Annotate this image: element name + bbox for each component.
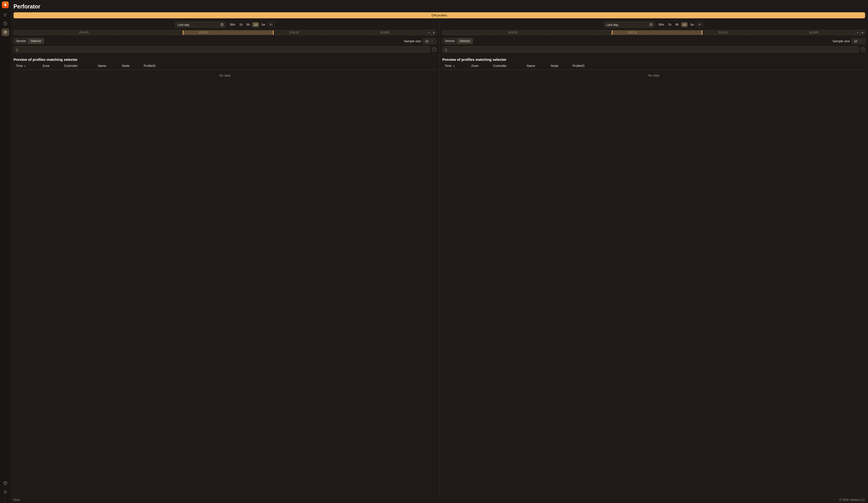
no-data-message: No data	[13, 70, 436, 81]
column-header-profileid[interactable]: ProfileID	[144, 64, 436, 68]
range-chip-6h-disabled: 6h	[267, 22, 275, 27]
table-header: TimeZoneControllerNameNodeProfileID	[13, 64, 436, 70]
sidebar	[0, 0, 11, 503]
mode-selector-button[interactable]: Selector	[457, 38, 473, 44]
range-chip-6h-disabled: 6h	[696, 22, 703, 27]
timeline-label: 29.01.25	[508, 31, 517, 34]
chevron-down-icon	[860, 40, 862, 42]
sample-size-value: 10	[854, 39, 857, 43]
mode-service-button[interactable]: Service	[443, 38, 457, 44]
selector-input[interactable]: {}	[442, 46, 859, 53]
column-header-name[interactable]: Name	[98, 64, 122, 68]
mode-segment: ServiceSelector	[13, 38, 44, 44]
sample-size-select[interactable]: 10	[423, 38, 436, 44]
column-header-time[interactable]: Time	[442, 64, 471, 68]
sample-size-label: Sample size	[404, 39, 421, 43]
footer: Docs © 2025 Yandex LLC	[11, 496, 868, 503]
sort-desc-icon	[453, 64, 455, 67]
sample-size-select[interactable]: 10	[851, 38, 865, 44]
selector-help-icon[interactable]: ?	[432, 47, 436, 52]
svg-rect-13	[650, 24, 652, 26]
sample-size: Sample size10	[404, 38, 436, 44]
range-chip-30m[interactable]: 30m	[657, 22, 666, 27]
chevron-down-icon	[431, 40, 433, 42]
timeline-label: 29.01.25	[79, 31, 89, 34]
date-range-label: Last day	[606, 23, 647, 27]
column-header-zone[interactable]: Zone	[42, 64, 64, 68]
sort-desc-icon	[24, 64, 27, 67]
column-header-name[interactable]: Name	[527, 64, 551, 68]
panel-1: Last day30m1h6h1d1w6h29.01.2530.01.2531.…	[439, 22, 868, 496]
date-range-row: Last day30m1h6h1d1w6h	[442, 22, 865, 28]
zoom-out-button[interactable]: −	[426, 30, 431, 35]
sidebar-item-balance[interactable]	[1, 29, 9, 36]
no-data-message: No data	[442, 70, 865, 81]
timeline-label: 31.01.25	[290, 31, 299, 34]
sidebar-help-icon[interactable]	[1, 479, 9, 487]
zoom-in-button[interactable]: +	[860, 30, 865, 35]
diff-banner[interactable]: Diff profiles	[13, 12, 865, 18]
selector-help-icon[interactable]: ?	[861, 47, 865, 52]
range-chip-1w[interactable]: 1w	[688, 22, 695, 27]
column-header-time[interactable]: Time	[13, 64, 42, 68]
mode-sample-row: ServiceSelectorSample size10	[13, 38, 436, 44]
range-chip-1d[interactable]: 1d	[252, 22, 259, 27]
timeline-label: 02-2025	[809, 31, 818, 34]
mode-selector-button[interactable]: Selector	[28, 38, 44, 44]
column-header-profileid[interactable]: ProfileID	[572, 64, 865, 68]
timeline[interactable]: 29.01.2530.01.2531.01.2502-2025	[13, 30, 426, 35]
svg-rect-8	[221, 24, 223, 26]
range-chip-1h[interactable]: 1h	[238, 22, 244, 27]
column-header-zone[interactable]: Zone	[471, 64, 493, 68]
preview-heading: Preview of profiles matching selector	[442, 58, 865, 62]
mode-service-button[interactable]: Service	[14, 38, 28, 44]
zoom-out-button[interactable]: −	[855, 30, 860, 35]
column-header-controller[interactable]: Controller	[64, 64, 98, 68]
svg-point-7	[5, 491, 6, 493]
column-header-node[interactable]: Node	[122, 64, 144, 68]
selector-input[interactable]: {}	[13, 46, 430, 53]
table-header: TimeZoneControllerNameNodeProfileID	[442, 64, 865, 70]
timeline-label: 02-2025	[381, 31, 389, 34]
range-chip-1d[interactable]: 1d	[681, 22, 688, 27]
panel-0: Last day30m1h6h1d1w6h29.01.2530.01.2531.…	[11, 22, 439, 496]
sidebar-expand-icon[interactable]	[0, 498, 11, 503]
preview-heading: Preview of profiles matching selector	[13, 58, 436, 62]
calendar-icon	[220, 23, 224, 26]
range-chip-30m[interactable]: 30m	[228, 22, 237, 27]
sidebar-item-history[interactable]	[1, 20, 9, 28]
date-range-row: Last day30m1h6h1d1w6h	[13, 22, 436, 28]
timeline-selection[interactable]	[183, 30, 273, 35]
timeline-zoom: −+	[855, 30, 865, 35]
mode-segment: ServiceSelector	[442, 38, 473, 44]
range-chips: 30m1h6h1d1w6h	[228, 22, 275, 27]
sidebar-item-bars[interactable]	[1, 11, 9, 19]
range-chip-6h[interactable]: 6h	[674, 22, 680, 27]
panels: Last day30m1h6h1d1w6h29.01.2530.01.2531.…	[11, 22, 868, 496]
zoom-in-button[interactable]: +	[431, 30, 436, 35]
range-chips: 30m1h6h1d1w6h	[657, 22, 703, 27]
timeline-wrap: 29.01.2530.01.2531.01.2502-2025−+	[442, 30, 865, 35]
column-header-controller[interactable]: Controller	[493, 64, 527, 68]
sample-size: Sample size10	[833, 38, 865, 44]
range-chip-1h[interactable]: 1h	[666, 22, 673, 27]
date-range-input[interactable]: Last day	[604, 22, 655, 28]
range-chip-1w[interactable]: 1w	[260, 22, 267, 27]
sample-size-value: 10	[425, 39, 428, 43]
timeline[interactable]: 29.01.2530.01.2531.01.2502-2025	[442, 30, 855, 35]
timeline-selection[interactable]	[612, 30, 702, 35]
timeline-label: 31.01.25	[718, 31, 728, 34]
sample-size-label: Sample size	[833, 39, 850, 43]
selector-input-row: {}?	[442, 46, 865, 53]
column-header-node[interactable]: Node	[551, 64, 572, 68]
footer-docs-link[interactable]: Docs	[13, 498, 20, 502]
app-logo[interactable]	[2, 1, 9, 8]
footer-copyright: © 2025 Yandex LLC	[839, 498, 865, 502]
calendar-icon	[649, 23, 653, 26]
main: Perforator Diff profiles Last day30m1h6h…	[11, 0, 868, 503]
selector-input-row: {}?	[13, 46, 436, 53]
date-range-input[interactable]: Last day	[175, 22, 226, 28]
page-title: Perforator	[11, 0, 868, 12]
range-chip-6h[interactable]: 6h	[245, 22, 251, 27]
sidebar-settings-icon[interactable]	[1, 488, 9, 496]
